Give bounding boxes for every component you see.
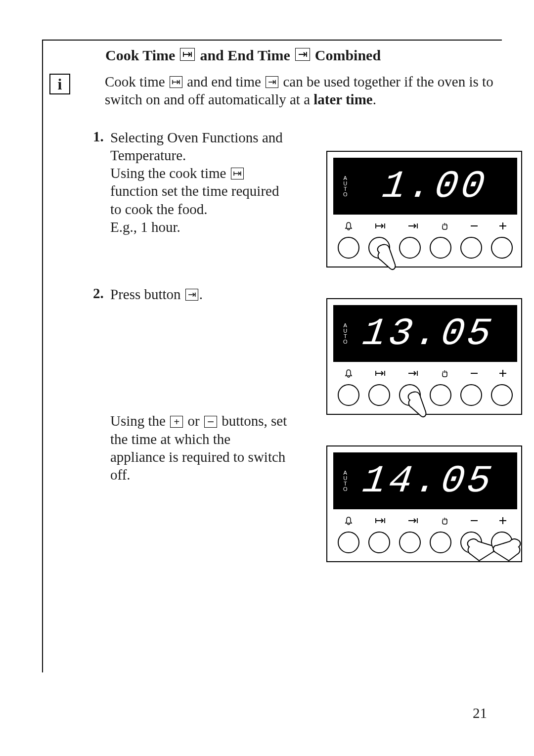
s2p: . bbox=[199, 286, 203, 302]
s2a: Press button bbox=[110, 286, 181, 302]
display-time-2: 13.05 bbox=[359, 312, 496, 356]
page-content: Cook Time and End Time Combined i Cook t… bbox=[49, 47, 494, 513]
minus-icon bbox=[471, 520, 478, 521]
section-heading: Cook Time and End Time Combined bbox=[105, 47, 494, 64]
s1d: E.g., 1 hour. bbox=[110, 219, 180, 235]
manual-button[interactable] bbox=[430, 532, 451, 553]
minus-icon: − bbox=[204, 416, 217, 428]
minus-button[interactable] bbox=[460, 384, 482, 406]
oven-display-3: AUTO 14.05 bbox=[326, 445, 522, 562]
end-time-icon bbox=[295, 48, 310, 61]
info-text: Cook time and end time can be used toget… bbox=[105, 73, 494, 109]
step-1-text: Selecting Oven Functions and Temperature… bbox=[110, 129, 288, 236]
bell-icon bbox=[344, 222, 353, 230]
bell-button[interactable] bbox=[338, 384, 359, 406]
plus-icon bbox=[499, 222, 506, 229]
cook-time-icon bbox=[375, 517, 386, 524]
s1c: function set the time required to cook t… bbox=[110, 183, 279, 217]
display-screen-3: AUTO 14.05 bbox=[333, 452, 517, 509]
plus-icon: + bbox=[170, 416, 183, 428]
bell-icon bbox=[344, 516, 353, 525]
display-screen-2: AUTO 13.05 bbox=[333, 305, 517, 362]
button-row-2 bbox=[333, 384, 517, 406]
end-time-icon bbox=[407, 222, 418, 229]
manual-button[interactable] bbox=[430, 384, 451, 406]
cook-time-icon bbox=[231, 168, 244, 179]
s3a: Using the bbox=[110, 413, 166, 429]
finger-pointer-icon bbox=[488, 538, 523, 568]
step-2-number: 2. bbox=[93, 285, 110, 302]
bell-button[interactable] bbox=[338, 532, 359, 553]
minus-icon bbox=[471, 373, 478, 374]
display-time-1: 1.00 bbox=[379, 165, 490, 208]
end-time-button[interactable] bbox=[399, 532, 421, 553]
end-time-button[interactable] bbox=[399, 237, 421, 259]
auto-indicator: AUTO bbox=[343, 176, 348, 197]
bell-button[interactable] bbox=[338, 237, 359, 259]
heading-part3: Combined bbox=[315, 47, 381, 64]
page-number: 21 bbox=[473, 705, 487, 721]
hand-icon bbox=[440, 369, 449, 378]
button-row-3 bbox=[333, 532, 517, 553]
minus-icon bbox=[471, 225, 478, 226]
plus-icon bbox=[499, 517, 506, 524]
cook-time-icon bbox=[180, 48, 195, 61]
cook-time-button[interactable] bbox=[368, 237, 390, 259]
plus-button[interactable] bbox=[491, 384, 513, 406]
info-icon: i bbox=[49, 74, 70, 94]
minus-button[interactable] bbox=[460, 532, 482, 553]
info-t2: and end time bbox=[187, 74, 261, 89]
s3b: or bbox=[187, 413, 199, 429]
end-time-icon bbox=[407, 517, 418, 524]
plus-button[interactable] bbox=[491, 532, 513, 553]
plus-icon bbox=[499, 370, 506, 377]
s1b: Using the cook time bbox=[110, 165, 226, 181]
cook-time-button[interactable] bbox=[368, 532, 390, 553]
hand-icon bbox=[440, 222, 449, 230]
step-2-text: Press button . bbox=[110, 285, 288, 303]
heading-part1: Cook Time bbox=[105, 47, 175, 64]
cook-time-button[interactable] bbox=[368, 384, 390, 406]
icon-row-1 bbox=[333, 219, 517, 233]
end-time-button[interactable] bbox=[399, 384, 421, 406]
cook-time-icon bbox=[170, 76, 182, 88]
auto-indicator: AUTO bbox=[343, 470, 348, 492]
cook-time-icon bbox=[375, 222, 386, 229]
display-screen-1: AUTO 1.00 bbox=[333, 158, 517, 215]
info-t1: Cook time bbox=[105, 74, 165, 89]
plus-button[interactable] bbox=[491, 237, 513, 259]
oven-display-2: AUTO 13.05 bbox=[326, 298, 522, 415]
info-row: i Cook time and end time can be used tog… bbox=[49, 73, 494, 109]
auto-indicator: AUTO bbox=[343, 323, 348, 345]
end-time-icon bbox=[185, 289, 198, 301]
step-3-text: Using the + or − buttons, set the time a… bbox=[110, 412, 288, 484]
button-row-1 bbox=[333, 237, 517, 259]
step-1-number: 1. bbox=[93, 129, 110, 145]
icon-row-3 bbox=[333, 513, 517, 528]
end-time-icon bbox=[407, 370, 418, 377]
end-time-icon bbox=[266, 76, 278, 88]
manual-button[interactable] bbox=[430, 237, 451, 259]
bell-icon bbox=[344, 369, 353, 378]
oven-display-1: AUTO 1.00 bbox=[326, 151, 522, 267]
heading-part2: and End Time bbox=[200, 47, 290, 64]
s1a: Selecting Oven Functions and Temperature… bbox=[110, 130, 283, 163]
minus-button[interactable] bbox=[460, 237, 482, 259]
info-bold: later time bbox=[313, 91, 372, 107]
cook-time-icon bbox=[375, 370, 386, 377]
hand-icon bbox=[440, 516, 449, 525]
info-period: . bbox=[373, 91, 376, 107]
display-time-3: 14.05 bbox=[359, 459, 496, 503]
icon-row-2 bbox=[333, 366, 517, 381]
